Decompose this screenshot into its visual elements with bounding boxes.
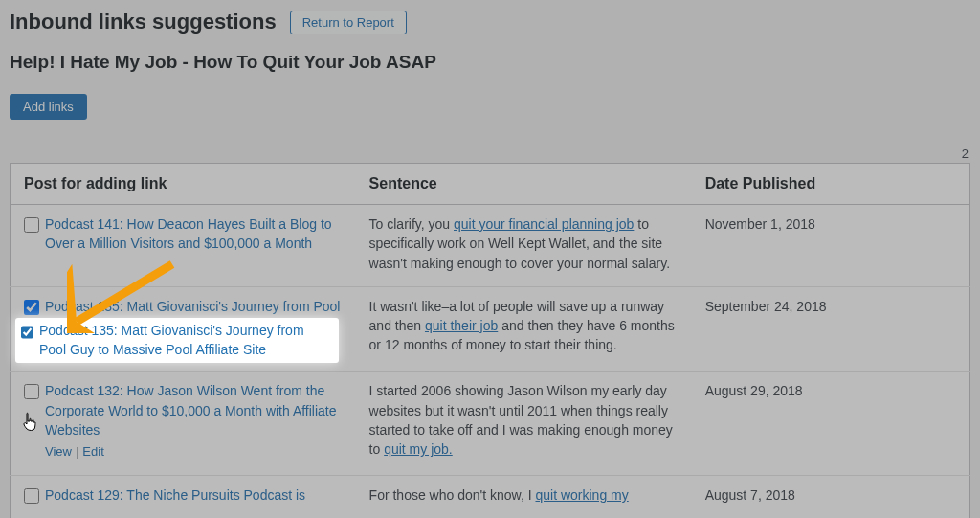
column-header-date[interactable]: Date Published <box>692 164 970 205</box>
table-row: Podcast 141: How Deacon Hayes Built a Bl… <box>11 205 970 287</box>
row-checkbox[interactable] <box>24 488 39 504</box>
sentence-anchor-link[interactable]: quit my job. <box>384 441 453 457</box>
spotlight-highlight: Podcast 135: Matt Giovanisci's Journey f… <box>15 318 339 363</box>
column-header-post[interactable]: Post for adding link <box>11 164 356 205</box>
add-links-button[interactable]: Add links <box>10 94 87 120</box>
edit-link[interactable]: Edit <box>82 444 103 459</box>
return-to-report-button[interactable]: Return to Report <box>290 11 407 34</box>
post-title-link[interactable]: Podcast 132: How Jason Wilson Went from … <box>45 381 343 439</box>
date-cell: August 7, 2018 <box>692 476 970 518</box>
view-link[interactable]: View <box>45 444 72 459</box>
row-checkbox[interactable] <box>24 217 39 233</box>
sentence-anchor-link[interactable]: quit their job <box>425 318 498 333</box>
separator: | <box>72 444 82 459</box>
page-title: Inbound links suggestions <box>10 10 277 34</box>
row-actions: View|Edit <box>24 443 343 462</box>
table-row: Podcast 132: How Jason Wilson Went from … <box>11 372 970 476</box>
item-count: 2 <box>10 146 970 161</box>
post-subtitle: Help! I Hate My Job - How To Quit Your J… <box>10 52 970 73</box>
post-title-link[interactable]: Podcast 129: The Niche Pursuits Podcast … <box>45 485 305 505</box>
column-header-sentence[interactable]: Sentence <box>356 164 692 205</box>
sentence-cell: It wasn't like–a lot of people will save… <box>356 286 692 371</box>
post-title-link-highlighted[interactable]: Podcast 135: Matt Giovanisci's Journey f… <box>39 322 333 359</box>
row-checkbox[interactable] <box>24 300 39 315</box>
table-row: Podcast 129: The Niche Pursuits Podcast … <box>11 476 970 518</box>
date-cell: September 24, 2018 <box>692 286 970 371</box>
row-checkbox[interactable] <box>24 384 39 399</box>
row-checkbox-highlighted[interactable] <box>21 325 33 340</box>
date-cell: November 1, 2018 <box>692 205 970 287</box>
date-cell: August 29, 2018 <box>692 372 970 476</box>
sentence-cell: I started 2006 showing Jason Wilson my e… <box>356 372 692 476</box>
sentence-cell: To clarify, you quit your financial plan… <box>356 205 692 287</box>
post-title-link[interactable]: Podcast 141: How Deacon Hayes Built a Bl… <box>45 214 343 254</box>
sentence-anchor-link[interactable]: quit your financial planning job <box>454 216 634 232</box>
sentence-anchor-link[interactable]: quit working my <box>535 487 628 503</box>
sentence-cell: For those who don't know, I quit working… <box>356 476 692 518</box>
